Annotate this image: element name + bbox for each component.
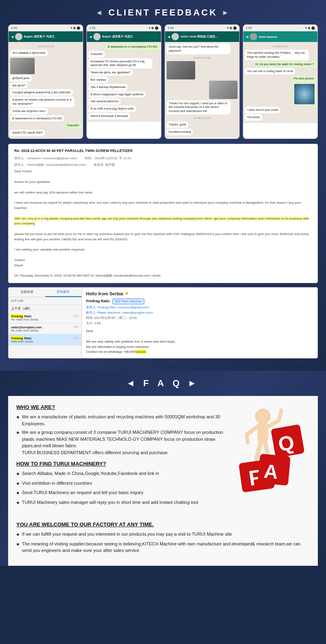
chat-area-1: 2019年12月5日 Это скважир в Аргентине Добры… (9, 42, 83, 138)
status-bar-1: 1:51▾ ◉ ⬤ (9, 25, 83, 31)
phone-header-2: ◀ Борис 成交客户 乌克兰 (87, 31, 161, 42)
faq-content-area: WHO WE ARE? ● We are a manufacturer of p… (8, 396, 318, 517)
email-detail-panel: Hello from Serbia ★ Predrag Ratic 发给 Pla… (82, 288, 317, 358)
faq-bullet-6: ● TURUI Machinery sales manager will rep… (16, 499, 224, 507)
email1-body: Dear Friend thanks for your quotation we… (14, 169, 312, 279)
phone-header-1: ◀ Борис 成交客户 乌克兰 (9, 31, 83, 42)
phone-header-4: ◀ Amin Kazoun (243, 31, 317, 42)
email-detail-subject: Hello from Serbia ★ (86, 291, 313, 296)
right-arrow-icon: ► (222, 9, 231, 17)
email-detail-sender-row: Predrag Ratic 发给 Plastic Machines (86, 299, 313, 304)
email-list-item-2[interactable]: 10-7 sales@turuiplas.com Re: Hello from … (9, 323, 82, 334)
faq-image: F A Q (228, 396, 318, 517)
factory-welcome-area: YOU ARE WELCOME TO OUR FACTORY AT ANY TI… (8, 517, 318, 566)
faq-how-to-find-title: HOW TO FIND TURUI MACHINERY? (16, 461, 224, 467)
faq-figure-svg: F A Q (228, 404, 310, 494)
factory-bullet-dot-2: ● (16, 540, 20, 554)
star-icon: ★ (125, 291, 129, 296)
left-arrow-icon: ◄ (95, 9, 104, 17)
email-list-sort: 排序:日期 (9, 297, 82, 305)
phone-header-3: ◀ victor cenai 阿桂姐 已成交… (165, 31, 239, 42)
status-bar-3: 1:54▾ ◉ ⬤ (165, 25, 239, 31)
bullet-dot-2: ● (16, 429, 20, 456)
svg-text:A: A (263, 460, 279, 483)
faq-bullet-1: ● We are a manufacturer of plastic extru… (16, 413, 224, 427)
email-detail-body: Dear We are very satisfy with peletiser … (86, 329, 313, 355)
tab-current-folder[interactable]: 当前目录 (9, 288, 45, 297)
faq-left-arrow: ◄ (126, 378, 139, 389)
chat-screenshots-row: 1:51▾ ◉ ⬤ ◀ Борис 成交客户 乌克兰 2019年12月5日 Эт… (8, 24, 318, 139)
svg-line-3 (247, 435, 248, 443)
phone-screenshot-3: 1:54▾ ◉ ⬤ ◀ victor cenai 阿桂姐 已成交… Good d… (165, 24, 240, 139)
bullet-dot-5: ● (16, 489, 20, 497)
faq-bullet-5: ● Send TURUI Machinery an request and te… (16, 489, 224, 497)
faq-who-we-are-title: WHO WE ARE? (16, 404, 224, 410)
phone-screenshot-4: 1:52▾ ◉ ⬤ ◀ Amin Kazoun 2020年2月4日 The ma… (243, 24, 318, 139)
email-group-label: 上个月（3封） (9, 305, 82, 312)
bullet-dot-4: ● (16, 479, 20, 488)
email-from-line: 发件人: Predrag Ratic <xxxxxxxx@gmail.com> (86, 306, 313, 310)
svg-line-2 (247, 426, 258, 435)
client-feedback-section: ◄ CLIENT FEEDBACK ► 1:51▾ ◉ ⬤ ◀ Борис 成交… (0, 0, 326, 371)
email1-from: 发件人：Sostanim <xxxxxxxx@yahoo.com> 时间：201… (14, 156, 312, 161)
tab-all-mail[interactable]: 所有邮件 (45, 288, 82, 297)
chat-area-4: 2020年2月4日 The machine working fine Probl… (243, 42, 317, 123)
chat-area-2: В зависимости от материала 270-400 Спаси… (87, 42, 161, 122)
email-size-line: 大小: 4 KB (86, 321, 313, 325)
email-list-item-3[interactable]: 10-3 Predrag Ratic Hello from Serbia (9, 334, 82, 345)
email-to-line: 收件人: Plastic Machines <sales@turuiplas.c… (86, 311, 313, 315)
email1-to: 收件人：Selena姐妹 <xxxxxxtrade@foxmail.com> 收… (14, 163, 312, 167)
factory-bullet-2: ● The meaning of visiting supplier,becau… (16, 541, 310, 554)
email-list-panel: 当前目录 所有邮件 排序:日期 上个月（3封） 10-7 Predrag Rat… (9, 288, 82, 358)
factory-bullet-1: ● If we can fullfill your request and yo… (16, 531, 310, 538)
faq-section: ◄ F A Q ► WHO WE ARE? ● We are a manufac… (0, 371, 326, 566)
status-bar-4: 1:52▾ ◉ ⬤ (243, 25, 317, 31)
faq-right-arrow: ► (188, 378, 200, 389)
email-list-item-1[interactable]: 10-7 Predrag Ratic Re: Hello from Serbia (9, 312, 82, 323)
faq-text-panel: WHO WE ARE? ● We are a manufacturer of p… (8, 396, 228, 517)
svg-line-6 (257, 442, 261, 457)
email-section-2: 当前目录 所有邮件 排序:日期 上个月（3封） 10-7 Predrag Rat… (8, 287, 318, 358)
svg-point-0 (256, 409, 270, 424)
email-section-1: Re: 2018.12.6CCH 50 40 PET PARALLEL TWIN… (8, 144, 318, 283)
chat-area-3: Good day ,how are you? how about the pay… (165, 42, 239, 138)
bullet-dot-6: ● (16, 499, 20, 507)
faq-title: ◄ F A Q ► (8, 378, 318, 389)
bullet-dot-1: ● (16, 413, 20, 427)
client-feedback-title: ◄ CLIENT FEEDBACK ► (8, 7, 318, 18)
status-bar-2: 1:51▾ ◉ ⬤ (87, 25, 161, 31)
phone-screenshot-1: 1:51▾ ◉ ⬤ ◀ Борис 成交客户 乌克兰 2019年12月5日 Эт… (8, 24, 83, 139)
email-date-line: 时间: 2017年10月3日（周二）15:55 (86, 316, 313, 320)
faq-bullet-2: ● We are a group company,consist of 3 co… (16, 429, 224, 456)
factory-bullet-dot-1: ● (16, 530, 20, 538)
email1-subject: Re: 2018.12.6CCH 50 40 PET PARALLEL TWIN… (14, 148, 312, 154)
bullet-dot-3: ● (16, 470, 20, 478)
phone-screenshot-2: 1:51▾ ◉ ⬤ ◀ Борис 成交客户 乌克兰 В зависимости… (86, 24, 161, 139)
factory-invite-title: YOU ARE WELCOME TO OUR FACTORY AT ANY TI… (16, 517, 310, 528)
email-list-tabs: 当前目录 所有邮件 (9, 288, 82, 297)
faq-3d-graphic: F A Q (228, 404, 310, 494)
faq-bullet-4: ● Visit exhibition in different countrie… (16, 480, 224, 488)
svg-line-5 (279, 410, 281, 420)
svg-line-4 (268, 420, 279, 426)
faq-bullet-3: ● Search Alibaba, Made in China,Google,Y… (16, 470, 224, 478)
